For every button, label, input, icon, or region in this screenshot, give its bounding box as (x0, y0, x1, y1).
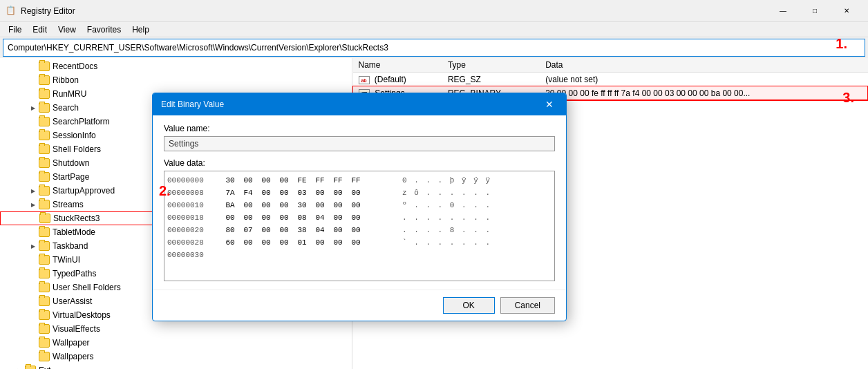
folder-icon (39, 117, 50, 126)
dialog-close-button[interactable]: ✕ (541, 97, 558, 111)
edit-binary-dialog: Edit Binary Value ✕ Value name: Settings… (152, 93, 567, 321)
tree-item-label: Shell Folders (53, 144, 101, 154)
hex-byte[interactable]: 03 (294, 189, 310, 197)
hex-byte[interactable]: 7A (223, 189, 238, 197)
hex-byte[interactable]: 08 (294, 214, 310, 222)
tree-item-label: Taskband (53, 241, 88, 251)
expand-arrow (28, 88, 39, 100)
folder-icon (25, 366, 36, 369)
hex-byte[interactable]: 00 (348, 189, 364, 197)
tree-item-label: User Shell Folders (53, 283, 121, 292)
menu-view[interactable]: View (53, 23, 82, 36)
hex-byte[interactable]: 30 (223, 176, 238, 184)
hex-byte[interactable]: 00 (258, 226, 274, 234)
hex-byte[interactable]: F4 (240, 189, 256, 197)
hex-byte[interactable]: 00 (276, 238, 292, 247)
hex-byte[interactable]: 01 (294, 238, 310, 247)
hex-byte[interactable]: 00 (348, 214, 364, 222)
hex-byte[interactable]: FF (312, 176, 328, 184)
hex-byte[interactable]: 00 (276, 189, 292, 197)
hex-byte[interactable]: 30 (294, 201, 310, 209)
tree-item-wallpaper[interactable]: Wallpaper (0, 336, 352, 350)
hex-byte[interactable]: 00 (348, 238, 364, 247)
value-name-field[interactable]: Settings (164, 136, 555, 151)
hex-byte[interactable]: 00 (258, 214, 274, 222)
tree-item-label: SessionInfo (53, 131, 96, 140)
hex-ascii: . . . . 8 . . . (402, 226, 491, 234)
tree-item-recentdocs[interactable]: RecentDocs (0, 59, 352, 73)
hex-byte[interactable]: 00 (330, 226, 346, 234)
hex-byte[interactable]: FF (330, 176, 346, 184)
hex-byte[interactable]: 00 (276, 201, 292, 209)
folder-icon (39, 255, 50, 265)
tree-item-visualeffects[interactable]: VisualEffects (0, 322, 352, 336)
expand-arrow (28, 351, 39, 362)
app-title: Registry Editor (21, 6, 767, 16)
folder-icon (39, 144, 50, 154)
folder-icon (39, 200, 50, 209)
tree-item-ribbon[interactable]: Ribbon (0, 73, 352, 87)
maximize-button[interactable]: □ (799, 0, 831, 22)
hex-addr: 00000028 (167, 238, 223, 247)
expand-arrow (28, 116, 39, 127)
close-button[interactable]: ✕ (831, 0, 862, 22)
folder-icon (39, 352, 50, 361)
dialog-title-bar: Edit Binary Value ✕ (153, 93, 566, 115)
tree-item-label: VirtualDesktops (53, 310, 111, 320)
expand-arrow: ▶ (28, 102, 39, 113)
menu-edit[interactable]: Edit (27, 23, 53, 36)
hex-byte[interactable]: 00 (348, 201, 364, 209)
expand-arrow (28, 268, 39, 279)
hex-byte[interactable]: 00 (330, 214, 346, 222)
hex-byte[interactable]: 00 (223, 214, 238, 222)
hex-byte[interactable]: 00 (258, 189, 274, 197)
menu-file[interactable]: File (3, 23, 27, 36)
hex-byte[interactable]: 00 (312, 238, 328, 247)
dialog-buttons: OK Cancel (153, 290, 566, 321)
hex-byte[interactable]: 00 (258, 238, 274, 247)
hex-byte[interactable]: 00 (258, 176, 274, 184)
tree-item-wallpapers[interactable]: Wallpapers (0, 350, 352, 363)
ok-button[interactable]: OK (443, 297, 495, 314)
hex-byte[interactable]: 00 (240, 201, 256, 209)
menu-favorites[interactable]: Favorites (82, 23, 126, 36)
expand-arrow (28, 227, 39, 238)
hex-byte[interactable]: 00 (348, 226, 364, 234)
folder-icon (39, 89, 50, 99)
folder-icon (39, 75, 50, 85)
hex-byte[interactable]: 00 (330, 201, 346, 209)
hex-byte[interactable]: 80 (223, 226, 238, 234)
hex-bytes: 30 00 00 00 FE FF FF FF (223, 176, 395, 184)
folder-icon (39, 296, 50, 306)
hex-addr: 00000030 (167, 251, 223, 259)
hex-byte[interactable]: 00 (276, 214, 292, 222)
hex-byte[interactable]: 04 (312, 226, 328, 234)
hex-byte[interactable]: 00 (276, 226, 292, 234)
hex-byte[interactable]: FE (294, 176, 310, 184)
hex-editor[interactable]: 00000000 30 00 00 00 FE FF FF FF 0 . . .… (164, 171, 555, 281)
hex-byte[interactable]: 00 (330, 238, 346, 247)
hex-byte[interactable]: 00 (240, 214, 256, 222)
tree-item-label: TabletMode (53, 227, 95, 237)
hex-byte[interactable]: 00 (258, 201, 274, 209)
cancel-button[interactable]: Cancel (500, 297, 555, 314)
menu-help[interactable]: Help (126, 23, 155, 36)
hex-byte[interactable]: 00 (312, 201, 328, 209)
minimize-button[interactable]: — (767, 0, 799, 22)
hex-byte[interactable]: 38 (294, 226, 310, 234)
hex-byte[interactable]: 04 (312, 214, 328, 222)
hex-byte[interactable]: FF (348, 176, 364, 184)
hex-byte[interactable]: 00 (240, 238, 256, 247)
hex-byte[interactable]: 00 (276, 176, 292, 184)
expand-arrow (28, 158, 39, 169)
hex-byte[interactable]: 07 (240, 226, 256, 234)
hex-byte[interactable]: 00 (330, 189, 346, 197)
address-bar[interactable]: Computer\HKEY_CURRENT_USER\Software\Micr… (3, 39, 865, 57)
hex-byte[interactable]: 00 (240, 176, 256, 184)
tree-item-label: Ext (39, 366, 50, 369)
hex-byte[interactable]: BA (223, 201, 238, 209)
tree-item-ext[interactable]: ▶ Ext (0, 363, 352, 369)
hex-byte[interactable]: 60 (223, 238, 238, 247)
table-row[interactable]: ab (Default) REG_SZ (value not set) (353, 73, 868, 86)
hex-byte[interactable]: 00 (312, 189, 328, 197)
